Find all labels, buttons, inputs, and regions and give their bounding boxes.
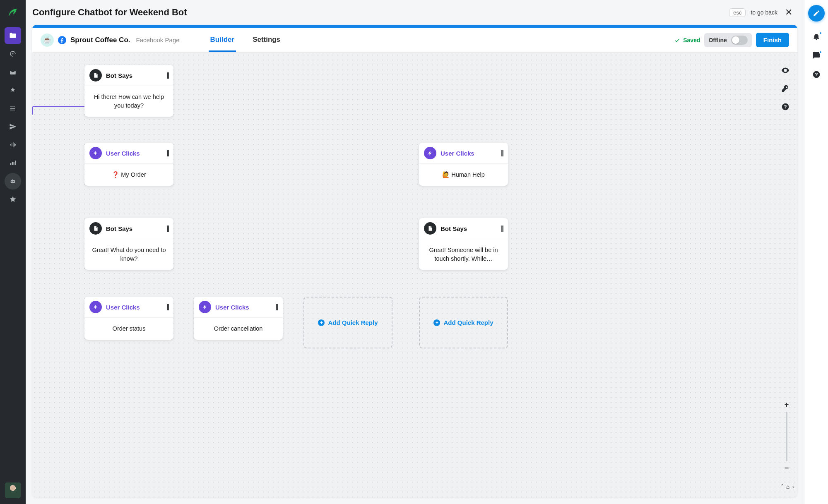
node-body: 🙋 Human Help [419, 164, 508, 186]
document-icon [89, 69, 102, 82]
drag-handle-icon[interactable]: || [166, 149, 168, 157]
account-subtype: Facebook Page [136, 36, 180, 43]
offline-toggle[interactable]: Offline [704, 33, 751, 47]
compose-button[interactable] [808, 5, 825, 22]
chat-bubble-icon[interactable] [812, 51, 821, 60]
node-title: User Clicks [106, 150, 140, 157]
node-user-myorder[interactable]: User Clicks || ❓ My Order [84, 143, 173, 186]
nav-bot-icon[interactable] [5, 173, 21, 190]
zoom-out-icon[interactable]: − [785, 464, 789, 473]
left-nav [0, 0, 26, 504]
close-button[interactable]: ✕ [782, 5, 795, 19]
card-accent-bar [32, 25, 797, 28]
chatbot-config-card: ☕ Sprout Coffee Co. Facebook Page Builde… [32, 25, 797, 497]
node-bot-orderinfo[interactable]: Bot Says || Great! What do you need to k… [84, 218, 173, 270]
toggle-switch[interactable] [731, 36, 748, 45]
svg-rect-1 [11, 180, 15, 183]
brand-logo: ☕ [41, 34, 54, 47]
node-user-orderstatus[interactable]: User Clicks || Order status [84, 297, 173, 340]
tab-bar: Builder Settings [209, 28, 282, 52]
add-quick-reply-label: Add Quick Reply [328, 319, 378, 326]
document-icon [424, 222, 436, 235]
goback-label: to go back [751, 9, 777, 16]
nav-analytics-icon[interactable] [5, 155, 21, 171]
saved-label: Saved [683, 37, 700, 43]
nav-pin-icon[interactable] [5, 82, 21, 98]
plus-icon: + [318, 319, 325, 326]
svg-point-3 [13, 181, 14, 182]
flow-canvas[interactable]: Bot Says || Hi there! How can we help yo… [32, 53, 797, 497]
svg-text:?: ? [815, 72, 818, 77]
zoom-control[interactable]: + − [782, 401, 792, 473]
drag-handle-icon[interactable]: || [166, 303, 168, 311]
node-body: Order cancellation [194, 318, 283, 340]
facebook-icon [58, 36, 66, 44]
page-title: Configure Chatbot for Weekend Bot [32, 7, 187, 18]
bolt-icon [424, 147, 436, 159]
add-quick-reply-2[interactable]: + Add Quick Reply [419, 297, 508, 348]
page-header: Configure Chatbot for Weekend Bot esc to… [26, 0, 804, 25]
node-bot-humanreply[interactable]: Bot Says || Great! Someone will be in to… [419, 218, 508, 270]
add-quick-reply-1[interactable]: + Add Quick Reply [303, 297, 392, 348]
nav-send-icon[interactable] [5, 118, 21, 135]
offline-label: Offline [708, 37, 727, 43]
nav-list-icon[interactable] [5, 100, 21, 117]
check-icon [674, 37, 681, 43]
notifications-icon[interactable] [812, 32, 821, 41]
svg-point-0 [12, 53, 14, 55]
nav-inbox-icon[interactable] [5, 64, 21, 80]
drag-handle-icon[interactable]: || [166, 225, 168, 232]
nav-audio-icon[interactable] [5, 137, 21, 153]
svg-point-2 [12, 181, 12, 182]
nav-home-icon[interactable]: ⌂ [786, 483, 789, 490]
node-body: Great! What do you need to know? [84, 239, 173, 270]
node-body: Order status [84, 318, 173, 340]
bolt-icon [89, 147, 102, 159]
svg-text:?: ? [784, 104, 787, 109]
preview-eye-icon[interactable] [779, 64, 792, 77]
node-user-humanhelp[interactable]: User Clicks || 🙋 Human Help [419, 143, 508, 186]
add-quick-reply-label: Add Quick Reply [443, 319, 493, 326]
esc-key-hint: esc [729, 8, 746, 17]
nav-star-icon[interactable] [5, 191, 21, 208]
document-icon [89, 222, 102, 235]
drag-handle-icon[interactable]: || [501, 149, 503, 157]
nav-right-icon[interactable]: › [792, 483, 794, 490]
node-title: User Clicks [440, 150, 474, 157]
nav-up-icon[interactable]: ˄ [781, 483, 784, 490]
save-status: Saved [674, 37, 700, 43]
nav-dashboard-icon[interactable] [5, 46, 21, 62]
app-logo [5, 4, 21, 21]
node-title: Bot Says [106, 225, 132, 232]
node-title: Bot Says [440, 225, 467, 232]
node-title: Bot Says [106, 72, 132, 79]
card-header: ☕ Sprout Coffee Co. Facebook Page Builde… [32, 28, 797, 53]
nav-folder-icon[interactable] [5, 27, 21, 44]
drag-handle-icon[interactable]: || [166, 72, 168, 79]
svg-rect-4 [12, 179, 13, 180]
drag-handle-icon[interactable]: || [276, 303, 278, 311]
help-icon[interactable]: ? [779, 101, 792, 113]
main-panel: Configure Chatbot for Weekend Bot esc to… [26, 0, 804, 504]
bolt-icon [199, 301, 211, 313]
node-title: User Clicks [106, 304, 140, 311]
tab-settings[interactable]: Settings [251, 28, 282, 52]
zoom-track[interactable] [786, 412, 787, 461]
bolt-icon [89, 301, 102, 313]
zoom-in-icon[interactable]: + [785, 401, 789, 409]
node-bot-welcome[interactable]: Bot Says || Hi there! How can we help yo… [84, 65, 173, 117]
right-rail: ? [804, 0, 828, 504]
node-body: Hi there! How can we help you today? [84, 86, 173, 117]
finish-button[interactable]: Finish [756, 33, 789, 47]
help-circle-icon[interactable]: ? [812, 70, 821, 79]
node-user-ordercancel[interactable]: User Clicks || Order cancellation [194, 297, 283, 340]
key-icon[interactable] [779, 82, 792, 95]
canvas-nav-arrows: ˄ ⌂ › [781, 483, 794, 490]
plus-icon: + [433, 319, 440, 326]
canvas-viewport: Bot Says || Hi there! How can we help yo… [32, 53, 797, 497]
tab-builder[interactable]: Builder [209, 28, 236, 52]
node-body: Great! Someone will be in touch shortly.… [419, 239, 508, 270]
user-avatar[interactable] [5, 482, 21, 498]
drag-handle-icon[interactable]: || [501, 225, 503, 232]
node-body: ❓ My Order [84, 164, 173, 186]
